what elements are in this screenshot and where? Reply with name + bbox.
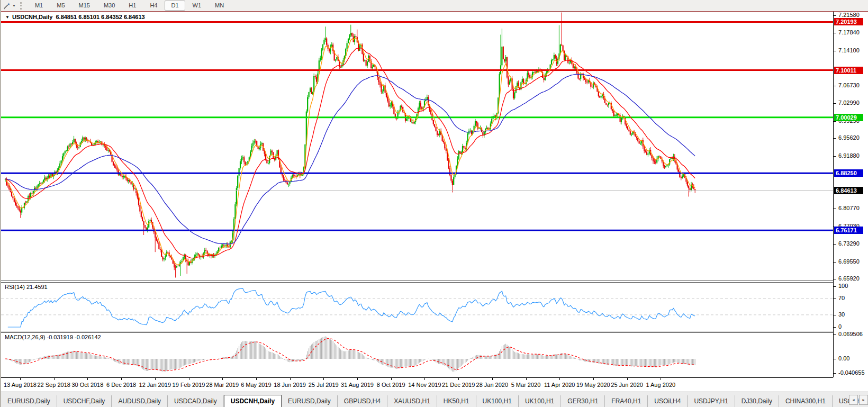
chart-tab-uk100-h1[interactable]: UK100,H1 [519, 395, 561, 407]
ohlc-low: 6.84352 [101, 14, 122, 20]
chart-tab-china300-h1[interactable]: CHINA300,H1 [779, 395, 833, 407]
macd-indicator-plot[interactable] [1, 333, 833, 377]
chart-tab-ger30-h1[interactable]: GER30,H1 [561, 395, 605, 407]
rsi-indicator-plot[interactable] [1, 283, 833, 331]
axis-tick-mark [834, 138, 836, 139]
axis-tick-mark [834, 299, 836, 299]
timeframe-button-w1[interactable]: W1 [186, 1, 208, 11]
axis-tick-mark [834, 373, 836, 374]
chart-tab-usoil-h4[interactable]: USOil,H4 [648, 395, 688, 407]
price-level-badge: 6.88250 [834, 169, 863, 177]
axis-tick-label: 30 [838, 311, 845, 318]
axis-tick-mark [834, 86, 836, 86]
axis-tick-label: 7.06730 [838, 82, 860, 88]
tab-scroll-buttons: ◂ ▸ [849, 395, 868, 405]
date-tick-mark [593, 378, 594, 380]
price-level-badge: 6.84613 [834, 187, 863, 194]
axis-tick-label: 7.02990 [838, 100, 860, 106]
price-chart-plot[interactable] [1, 12, 833, 281]
date-tick-mark [559, 378, 560, 380]
axis-tick-mark [834, 286, 836, 287]
axis-tick-label: 6.80770 [838, 205, 860, 211]
chart-tab-eurusd-daily[interactable]: EURUSD,Daily [1, 395, 57, 407]
timeframe-button-h4[interactable]: H4 [143, 1, 164, 11]
chart-tab-usdchf-daily[interactable]: USDCHF,Daily [57, 395, 112, 407]
chart-collapse-icon[interactable]: ▼ [5, 15, 10, 20]
timeframe-button-m5[interactable]: M5 [50, 1, 71, 11]
chart-tab-usdjpy-h1[interactable]: USDJPY,H1 [688, 395, 735, 407]
chart-tab-dj30-daily[interactable]: DJ30,Daily [735, 395, 779, 407]
chart-tab-audusd-daily[interactable]: AUDUSD,Daily [112, 395, 168, 407]
toolbar-grip-icon[interactable] [20, 2, 24, 10]
tab-scroll-right-icon[interactable]: ▸ [859, 395, 868, 405]
timeframe-toolbar: ▼ M1M5M15M30H1H4D1W1MN [1, 0, 868, 12]
chart-tab-fra40-h1[interactable]: FRA40,H1 [605, 395, 648, 407]
axis-tick-mark [834, 15, 836, 16]
chart-tab-eurusd-daily[interactable]: EURUSD,Daily [282, 395, 338, 407]
axis-tick-mark [834, 103, 836, 104]
price-level-badge: 7.20193 [834, 18, 863, 25]
axis-tick-label: 7.17840 [838, 29, 860, 35]
date-tick-mark [290, 378, 291, 380]
date-tick-mark [54, 378, 55, 380]
axis-tick-label: 0.069506 [838, 331, 863, 337]
ohlc-high: 6.85101 [78, 14, 100, 20]
macd-label: MACD(12,26,9) -0.031919 -0.026142 [5, 334, 101, 340]
timeframe-button-d1[interactable]: D1 [165, 1, 185, 11]
chart-tab-usdcnh-daily[interactable]: USDCNH,Daily [224, 395, 282, 407]
chart-symbol-label: USDCNH,Daily [12, 14, 52, 20]
price-level-badge: 6.76171 [834, 227, 863, 234]
timeframe-buttons: M1M5M15M30H1H4D1W1MN [28, 1, 231, 11]
ohlc-close: 6.84613 [124, 14, 145, 20]
date-tick-mark [661, 378, 661, 380]
date-tick-mark [627, 378, 628, 380]
timeframe-button-m30[interactable]: M30 [97, 1, 121, 11]
axis-tick-mark [834, 51, 836, 51]
cursor-tool-icon[interactable] [2, 2, 12, 10]
timeframe-button-m1[interactable]: M1 [29, 1, 49, 11]
date-axis[interactable]: 13 Aug 201822 Sep 201830 Oct 20186 Dec 2… [1, 377, 833, 392]
date-tick-mark [391, 378, 392, 380]
date-tick-mark [492, 378, 493, 380]
axis-tick-mark [834, 156, 836, 157]
chart-tab-uk100-h1[interactable]: UK100,H1 [476, 395, 519, 407]
axis-tick-mark [834, 315, 836, 315]
chart-tab-usdcad-daily[interactable]: USDCAD,Daily [168, 395, 224, 407]
axis-tick-mark [834, 359, 836, 359]
date-tick-mark [222, 378, 223, 380]
date-tick-mark [357, 378, 358, 380]
rsi-label: RSI(14) 21.4591 [5, 284, 48, 290]
price-level-badge: 7.10011 [834, 67, 863, 74]
axis-tick-label: 100 [838, 283, 848, 289]
axis-tick-label: 6.95620 [838, 134, 860, 141]
axis-tick-mark [834, 279, 836, 279]
axis-tick-label: 7.14100 [838, 47, 860, 53]
date-tick-mark [87, 378, 88, 380]
axis-tick-label: 6.69550 [838, 258, 860, 265]
axis-tick-label: 70 [838, 295, 845, 301]
axis-tick-mark [834, 209, 836, 209]
timeframe-button-mn[interactable]: MN [209, 1, 230, 11]
tab-scroll-left-icon[interactable]: ◂ [849, 395, 858, 405]
timeframe-button-h1[interactable]: H1 [122, 1, 142, 11]
timeframe-button-m15[interactable]: M15 [73, 1, 96, 11]
chart-tab-hk50-h1[interactable]: HK50,H1 [437, 395, 476, 407]
date-tick-mark [189, 378, 189, 380]
axis-tick-label: 0 [838, 323, 842, 330]
chart-tab-bar: EURUSD,DailyUSDCHF,DailyAUDUSD,DailyUSDC… [1, 392, 868, 407]
axis-tick-mark [834, 33, 836, 33]
price-axis[interactable]: 7.215807.178407.141007.067307.029906.992… [834, 12, 868, 377]
date-tick-mark [323, 378, 324, 380]
ohlc-open: 6.84851 [56, 14, 77, 20]
axis-tick-mark [834, 334, 836, 335]
axis-tick-label: 6.73290 [838, 240, 860, 247]
axis-tick-mark [834, 121, 836, 122]
chart-tab-xauusd-h1[interactable]: XAUUSD,H1 [387, 395, 437, 407]
axis-tick-label: 7.21580 [838, 12, 860, 18]
dropdown-arrow-icon[interactable]: ▼ [12, 4, 16, 7]
axis-tick-label: 6.65920 [838, 275, 860, 282]
date-tick-mark [458, 378, 459, 380]
chart-tab-gbpusd-h4[interactable]: GBPUSD,H4 [338, 395, 387, 407]
cursor-tool-glyph [3, 2, 11, 10]
axis-tick-label: 0.00 [838, 355, 849, 361]
